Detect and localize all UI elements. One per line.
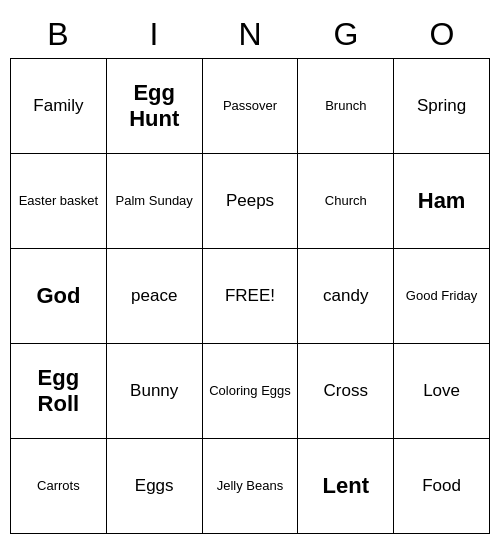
cell-r3-c2: Coloring Eggs [203,344,299,439]
cell-r4-c2: Jelly Beans [203,439,299,534]
cell-r1-c1: Palm Sunday [107,154,203,249]
cell-r4-c1: Eggs [107,439,203,534]
cell-r1-c4: Ham [394,154,490,249]
cell-r3-c0: Egg Roll [11,344,107,439]
cell-r2-c2: FREE! [203,249,299,344]
cell-r2-c3: candy [298,249,394,344]
header-letter-I: I [106,10,202,58]
cell-r0-c2: Passover [203,59,299,154]
cell-r2-c1: peace [107,249,203,344]
cell-r0-c0: Family [11,59,107,154]
cell-r1-c2: Peeps [203,154,299,249]
cell-r2-c0: God [11,249,107,344]
header-letter-N: N [202,10,298,58]
bingo-grid: FamilyEgg HuntPassoverBrunchSpringEaster… [10,58,490,534]
header-letter-G: G [298,10,394,58]
cell-r0-c3: Brunch [298,59,394,154]
cell-r3-c3: Cross [298,344,394,439]
cell-r3-c1: Bunny [107,344,203,439]
cell-r4-c0: Carrots [11,439,107,534]
cell-r1-c0: Easter basket [11,154,107,249]
cell-r0-c4: Spring [394,59,490,154]
bingo-card: BINGO FamilyEgg HuntPassoverBrunchSpring… [10,10,490,534]
cell-r4-c3: Lent [298,439,394,534]
header-letter-O: O [394,10,490,58]
cell-r0-c1: Egg Hunt [107,59,203,154]
cell-r1-c3: Church [298,154,394,249]
bingo-header: BINGO [10,10,490,58]
cell-r3-c4: Love [394,344,490,439]
cell-r2-c4: Good Friday [394,249,490,344]
header-letter-B: B [10,10,106,58]
cell-r4-c4: Food [394,439,490,534]
